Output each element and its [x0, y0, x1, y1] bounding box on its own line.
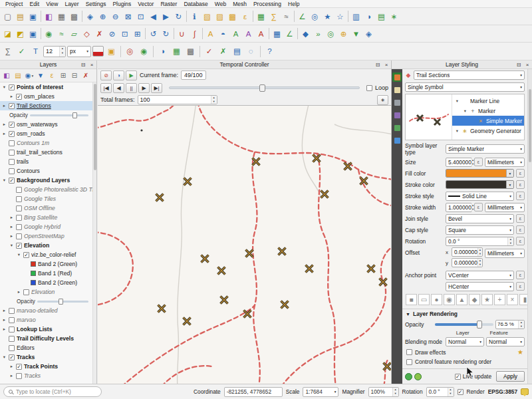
layer-visibility-checkbox[interactable] [9, 168, 15, 174]
layer-visibility-checkbox[interactable] [9, 140, 15, 146]
trail-waypoint-marker[interactable] [384, 363, 391, 370]
expander-icon[interactable]: ▸ [2, 317, 7, 323]
layer-tree-item[interactable]: ▸Lookup Lists [0, 325, 96, 334]
layer-visibility-checkbox[interactable] [16, 196, 22, 202]
layer-visibility-checkbox[interactable] [9, 131, 15, 137]
styling-tab-mask[interactable] [392, 98, 402, 107]
python-console-icon[interactable]: » [312, 27, 325, 40]
marker-shape-option[interactable]: ▲ [456, 294, 467, 305]
gps-track-icon[interactable]: ◉ [138, 45, 150, 58]
offset-x-spinner[interactable]: 0.000000▴▾ [452, 247, 483, 257]
zoom-next-icon[interactable]: ▶ [160, 10, 172, 23]
trail-waypoint-marker[interactable] [279, 248, 286, 255]
marker-shape-option[interactable]: ◉ [444, 294, 455, 305]
magnifier-spinner[interactable]: 100%▴▾ [368, 387, 399, 397]
new-print-layout-icon[interactable]: ▦ [55, 10, 68, 23]
text-background-icon[interactable]: ▣ [105, 45, 118, 58]
menu-settings[interactable]: Settings [82, 1, 110, 7]
open-attribute-table-icon[interactable]: ▦ [255, 10, 267, 23]
anchor-vertical-dropdown[interactable]: VCenter▾ [446, 271, 514, 280]
layer-tree-item[interactable]: ▸Google Hybrid [0, 222, 96, 231]
zoom-out-icon[interactable]: ⊖ [109, 10, 122, 23]
new-project-icon[interactable]: ▢ [1, 10, 14, 23]
offset-unit-dropdown[interactable]: Millimeters▾ [485, 249, 525, 258]
render-checkbox[interactable] [458, 389, 464, 395]
opacity-slider-handle[interactable] [72, 112, 77, 118]
expander-icon[interactable]: ▸ [9, 364, 14, 369]
temporal-navigation-icon[interactable]: ◑ [156, 45, 169, 58]
marker-shape-option[interactable]: ▭ [418, 294, 430, 305]
expand-all-icon[interactable]: ⊞ [58, 70, 68, 81]
layer-visibility-checkbox[interactable] [23, 252, 29, 258]
trail-waypoint-marker[interactable] [321, 191, 329, 198]
layer-visibility-checkbox[interactable] [16, 94, 22, 100]
trail-waypoint-marker[interactable] [218, 267, 225, 275]
control-rendering-order-checkbox[interactable] [406, 359, 412, 365]
statistics-panel-icon[interactable]: ≈ [280, 10, 293, 23]
marker-shape-option[interactable]: ◆ [469, 294, 480, 305]
temporal-slider-handle[interactable] [259, 84, 265, 92]
expander-icon[interactable]: ▸ [9, 215, 14, 220]
pause-icon[interactable]: || [126, 83, 137, 93]
opacity-slider[interactable] [37, 301, 88, 303]
show-bookmarks-icon[interactable]: ☆ [334, 10, 346, 23]
trail-waypoint-marker[interactable] [184, 318, 191, 325]
expander-icon[interactable]: ▸ [2, 103, 7, 108]
marker-shape-option[interactable]: ★ [481, 294, 493, 305]
layer-tree-item[interactable]: Contours [0, 166, 96, 176]
raster-calculator-icon[interactable]: ▩ [184, 45, 197, 58]
help-icon[interactable]: ? [263, 45, 276, 58]
deselect-all-icon[interactable]: ▩ [226, 10, 239, 23]
field-calculator-icon[interactable]: ∑ [267, 10, 280, 23]
trail-waypoint-marker[interactable] [281, 301, 289, 309]
layer-tree-item[interactable]: ▾Background Layers [0, 176, 96, 185]
layer-visibility-checkbox[interactable] [16, 187, 22, 193]
total-frames-spinner[interactable]: 100 ▴▾ [138, 95, 217, 104]
zoom-last-icon[interactable]: ◀ [147, 10, 160, 23]
trail-waypoint-marker[interactable] [156, 194, 164, 201]
data-defined-override-button[interactable]: ε [474, 158, 483, 166]
text-color-button[interactable] [92, 46, 104, 57]
data-defined-override-button[interactable]: ε [516, 169, 525, 178]
undock-panel-icon[interactable]: ⊟ [515, 61, 522, 69]
enable-tracing-icon[interactable]: ∫ [188, 27, 201, 40]
layer-tree-item[interactable]: ▾Points of Interest [0, 82, 96, 92]
menu-edit[interactable]: Edit [26, 1, 43, 7]
db-manager-icon[interactable]: ▤ [231, 45, 243, 58]
menu-vector[interactable]: Vector [134, 1, 157, 7]
layer-visibility-checkbox[interactable] [9, 354, 15, 360]
expander-icon[interactable]: ▸ [2, 308, 7, 313]
skip-to-end-icon[interactable]: ▶| [151, 83, 162, 93]
close-panel-icon[interactable]: × [88, 61, 95, 69]
map-tips-icon[interactable]: ◎ [309, 10, 321, 23]
layer-tree-item[interactable]: ▾Elevation [0, 241, 96, 250]
measure-line-icon[interactable]: ∠ [296, 10, 309, 23]
layer-tree-item[interactable]: Google Photorealistic 3D Tiles [0, 185, 96, 194]
symbol-tree-item-marker-line[interactable]: ▾Marker Line [452, 96, 524, 106]
join-style-dropdown[interactable]: Bevel▾ [446, 214, 514, 223]
layer-rendering-section[interactable]: ▼ Layer Rendering [402, 309, 527, 319]
layer-visibility-checkbox[interactable] [9, 327, 15, 332]
trail-waypoint-marker[interactable] [368, 265, 375, 273]
snapping-options-icon[interactable]: ∪ [176, 27, 188, 40]
loop-checkbox[interactable] [366, 85, 372, 91]
animated-navigation-icon[interactable]: ▶ [126, 70, 137, 80]
marker-shape-option[interactable]: + [494, 294, 505, 305]
cap-style-dropdown[interactable]: Square▾ [446, 225, 514, 235]
chevron-down-icon[interactable]: ▾ [506, 170, 513, 177]
skip-to-start-icon[interactable]: |◀ [100, 83, 112, 93]
zoom-in-icon[interactable]: ⊕ [96, 10, 109, 23]
symbology-quick-button-2[interactable] [414, 373, 422, 380]
marker-shape-option[interactable]: ▮ [519, 294, 527, 305]
play-forward-icon[interactable]: ▶ [138, 83, 150, 93]
offset-y-spinner[interactable]: 0.000000▴▾ [452, 258, 483, 267]
font-unit-dropdown[interactable]: px▾ [67, 46, 91, 57]
renderer-dropdown[interactable]: Single Symbol▾ [405, 82, 525, 92]
rotation-spinner[interactable]: 0.0 °▴▾ [426, 387, 454, 397]
layer-visibility-checkbox[interactable] [23, 289, 29, 295]
layer-tree-item[interactable]: Google Tiles [0, 194, 96, 203]
stroke-style-dropdown[interactable]: Solid Line▾ [446, 192, 514, 201]
layer-tree-item[interactable]: ▸osm_roads [0, 129, 96, 138]
size-spinner[interactable]: 5.400000▴▾ [446, 158, 472, 167]
layer-visibility-checkbox[interactable] [9, 317, 15, 323]
